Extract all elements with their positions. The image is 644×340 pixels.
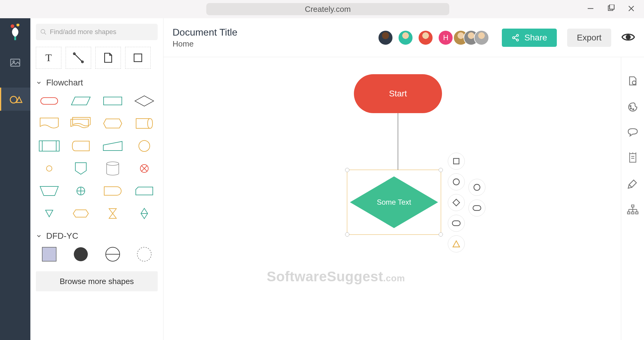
resize-handle[interactable] [345, 168, 349, 172]
avatar[interactable] [418, 30, 433, 45]
shape-offpage[interactable] [67, 160, 94, 177]
resize-handle[interactable] [345, 232, 349, 237]
svg-marker-56 [453, 241, 460, 247]
left-rail [0, 18, 30, 340]
panel-comments-icon[interactable] [627, 128, 638, 138]
selection-box[interactable]: Some Text [347, 170, 441, 235]
resize-handle[interactable] [439, 168, 443, 172]
shape-merge[interactable] [36, 205, 63, 222]
shape-delay[interactable] [99, 182, 126, 199]
svg-point-60 [630, 106, 631, 107]
shape-predefined[interactable] [36, 137, 63, 154]
chevron-down-icon [36, 233, 42, 239]
preview-icon[interactable] [622, 30, 635, 45]
close-icon[interactable] [627, 4, 635, 14]
shape-connector-circle[interactable] [131, 137, 158, 154]
shape-dfd-datastore[interactable] [99, 246, 126, 263]
shape-disk[interactable] [99, 160, 126, 177]
tool-line[interactable] [66, 47, 91, 69]
tool-text[interactable]: T [36, 47, 61, 69]
panel-sitemap-icon[interactable] [627, 204, 639, 217]
avatar[interactable] [378, 30, 393, 45]
shape-display[interactable] [99, 115, 126, 132]
svg-rect-71 [632, 212, 634, 214]
shape-document[interactable] [36, 115, 63, 132]
maximize-icon[interactable] [607, 5, 615, 14]
svg-marker-37 [73, 210, 88, 217]
panel-style-icon[interactable] [627, 178, 638, 190]
suggest-triangle[interactable] [448, 235, 465, 252]
rail-item-shapes[interactable] [0, 88, 30, 111]
svg-rect-8 [14, 36, 16, 40]
suggest-circle-2[interactable] [468, 179, 485, 196]
shape-sort[interactable] [131, 205, 158, 222]
shape-database[interactable] [131, 115, 158, 132]
shape-dfd-process[interactable] [67, 246, 94, 263]
svg-rect-58 [473, 206, 481, 210]
suggest-circle[interactable] [448, 173, 465, 190]
svg-point-42 [74, 247, 88, 261]
browse-more-button[interactable]: Browse more shapes [36, 271, 158, 291]
search-placeholder: Find/add more shapes [50, 28, 116, 36]
avatar[interactable] [474, 30, 489, 45]
connector[interactable] [398, 113, 398, 170]
shape-stored[interactable] [67, 137, 94, 154]
suggest-pill[interactable] [448, 215, 465, 232]
shape-or[interactable] [67, 182, 94, 199]
tool-rect[interactable] [125, 47, 151, 69]
shape-process[interactable] [99, 92, 126, 109]
shape-summing[interactable] [131, 160, 158, 177]
search-input[interactable]: Find/add more shapes [36, 24, 158, 40]
category-toggle-flowchart[interactable]: Flowchart [36, 78, 158, 88]
svg-point-6 [11, 24, 14, 28]
shape-collate[interactable] [99, 205, 126, 222]
svg-point-57 [474, 184, 480, 190]
url-bar[interactable]: Creately.com [206, 3, 449, 15]
suggest-rect[interactable] [448, 153, 465, 170]
shape-dfd-entity[interactable] [36, 246, 63, 263]
app-logo[interactable] [8, 24, 22, 38]
svg-marker-36 [46, 210, 53, 217]
share-button[interactable]: Share [502, 29, 557, 47]
category-toggle-dfd[interactable]: DFD-YC [36, 231, 158, 241]
svg-rect-17 [134, 54, 142, 61]
avatar[interactable] [358, 30, 373, 45]
export-button[interactable]: Export [567, 29, 611, 47]
avatar-initial[interactable]: H [438, 30, 453, 45]
shape-manualop[interactable] [36, 182, 63, 199]
breadcrumb[interactable]: Home [173, 39, 237, 49]
shape-data[interactable] [67, 92, 94, 109]
shape-card[interactable] [131, 182, 158, 199]
shape-decision[interactable] [131, 92, 158, 109]
suggest-pill-2[interactable] [468, 199, 485, 217]
share-icon [512, 34, 519, 42]
shapes-sidebar: Find/add more shapes T Flowchart [30, 18, 163, 340]
svg-point-61 [630, 108, 632, 109]
node-start[interactable]: Start [354, 74, 442, 113]
avatar[interactable] [398, 30, 413, 45]
svg-marker-21 [135, 96, 154, 106]
svg-rect-72 [635, 212, 638, 214]
svg-rect-52 [454, 158, 459, 164]
suggest-diamond[interactable] [448, 194, 465, 211]
shape-manualinput[interactable] [99, 137, 126, 154]
panel-settings-icon[interactable] [627, 75, 638, 88]
resize-handle[interactable] [439, 232, 443, 237]
header: Document Title Home H [163, 18, 644, 57]
shape-multidoc[interactable] [67, 115, 94, 132]
shape-small-connector[interactable] [36, 160, 63, 177]
shape-terminator[interactable] [36, 92, 63, 109]
document-title[interactable]: Document Title [173, 27, 237, 38]
canvas[interactable]: Start Some Text [163, 57, 644, 340]
tool-page[interactable] [95, 47, 121, 69]
svg-point-27 [46, 166, 52, 171]
shape-dfd-boundary[interactable] [131, 246, 158, 263]
shape-preparation[interactable] [67, 205, 94, 222]
rail-item-image[interactable] [0, 51, 30, 74]
svg-point-7 [16, 24, 19, 26]
panel-notes-icon[interactable] [628, 152, 638, 164]
minimize-icon[interactable] [586, 4, 595, 14]
node-decision[interactable]: Some Text [350, 176, 438, 228]
panel-theme-icon[interactable] [627, 102, 638, 114]
svg-rect-20 [104, 97, 122, 105]
